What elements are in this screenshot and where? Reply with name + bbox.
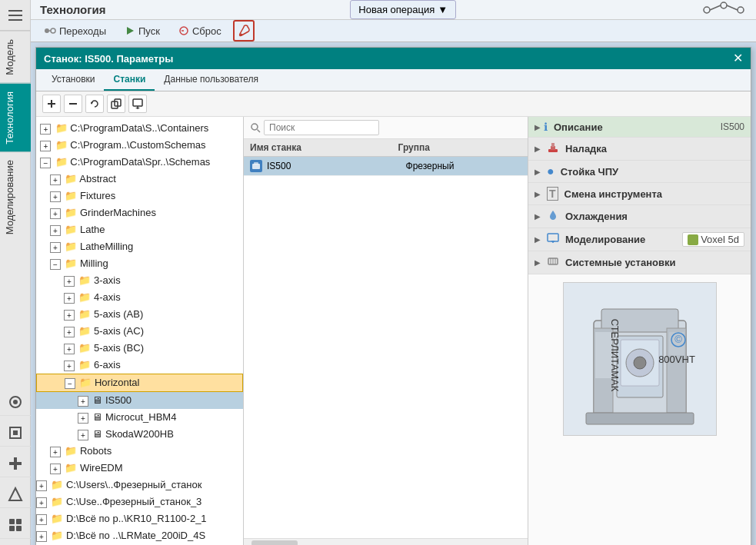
dialog-close-button[interactable]: ✕ <box>733 52 743 65</box>
tree-item[interactable]: − 📁 C:\ProgramData\Spr..\Schemas <box>36 154 243 171</box>
sidebar-icon-5[interactable] <box>0 511 31 539</box>
tree-expand-icon[interactable]: + <box>50 242 61 253</box>
prop-section-header-setup[interactable]: ▶ Наладка <box>528 138 751 160</box>
sidebar-tab-simulation[interactable]: Моделирование <box>0 151 31 242</box>
tree-item-horizontal[interactable]: − 📁 Horizontal <box>36 374 243 392</box>
tree-item[interactable]: + 📁 WireEDM <box>36 460 243 477</box>
refresh-button[interactable] <box>85 95 104 113</box>
tree-panel: + 📁 C:\ProgramData\S..\Containers + 📁 C:… <box>36 117 244 545</box>
tree-expand-icon[interactable]: + <box>50 174 61 185</box>
tree-item[interactable]: + 📁 Robots <box>36 443 243 460</box>
prop-section-header-simulation[interactable]: ▶ Моделирование Voxel 5d <box>528 228 751 251</box>
svg-point-20 <box>51 28 55 33</box>
tree-expand-icon[interactable]: + <box>40 141 51 151</box>
tree-expand-icon[interactable]: + <box>78 430 88 440</box>
tree-scroll[interactable]: + 📁 C:\ProgramData\S..\Containers + 📁 C:… <box>36 117 243 545</box>
tree-expand-icon[interactable]: + <box>78 413 88 424</box>
settings-wrench-button[interactable] <box>233 20 255 42</box>
menu-icon[interactable] <box>0 0 31 31</box>
tree-item[interactable]: + 📁 C:\Program..\CustomSchemas <box>36 137 243 154</box>
tree-item[interactable]: + 📁 GrinderMachines <box>36 204 243 221</box>
prop-section-header-description[interactable]: ▶ ℹ Описание IS500 <box>528 117 751 137</box>
props-panel: ▶ ℹ Описание IS500 ▶ Наладка <box>528 117 751 545</box>
tree-expand-icon[interactable]: + <box>64 310 75 321</box>
import-button[interactable] <box>128 95 147 113</box>
tree-item[interactable]: + 📁 C:\Use..Фрезерный_станок_3 <box>36 493 243 510</box>
tree-item[interactable]: + 📁 D:\Всё по ..\LRMate_200iD_4S <box>36 527 243 544</box>
list-row-is500[interactable]: IS500 Фрезерный <box>244 157 528 176</box>
svg-rect-13 <box>16 526 22 531</box>
tree-item[interactable]: + 📁 3-axis <box>36 272 243 289</box>
tree-item[interactable]: + 📁 5-axis (AB) <box>36 306 243 323</box>
new-operation-button[interactable]: Новая операция ▼ <box>350 0 456 19</box>
setup-icon <box>547 141 559 156</box>
tree-expand-icon[interactable]: + <box>40 124 51 135</box>
reset-button[interactable]: Сброс <box>172 22 228 40</box>
tree-expand-icon[interactable]: − <box>40 158 51 168</box>
tree-expand-icon[interactable]: + <box>50 208 61 219</box>
tab-userdata[interactable]: Данные пользователя <box>155 69 268 91</box>
cnc-icon: ● <box>547 164 555 178</box>
search-input[interactable] <box>264 120 379 135</box>
sidebar-tab-technology[interactable]: Технология <box>0 83 31 152</box>
tree-expand-icon[interactable]: + <box>36 497 47 508</box>
tree-item-lathe[interactable]: + 📁 Lathe <box>36 221 243 238</box>
tree-item[interactable]: + 📁 5-axis (BC) <box>36 340 243 357</box>
tree-expand-icon[interactable]: + <box>64 361 75 371</box>
add-button[interactable] <box>42 95 61 113</box>
sidebar-tab-model[interactable]: Модель <box>0 31 31 83</box>
svg-rect-57 <box>586 413 694 424</box>
voxel-5d-button[interactable]: Voxel 5d <box>682 232 744 247</box>
sidebar-icon-1[interactable] <box>0 388 31 416</box>
tree-item[interactable]: + 📁 6-axis <box>36 357 243 374</box>
prop-section-header-coolant[interactable]: ▶ Охлаждения <box>528 205 751 228</box>
svg-point-25 <box>240 34 242 36</box>
copy-button[interactable] <box>107 95 125 113</box>
list-hscroll[interactable] <box>244 538 528 545</box>
sidebar-icon-4[interactable] <box>0 480 31 508</box>
tab-settings[interactable]: Установки <box>42 69 104 91</box>
tab-machines[interactable]: Станки <box>104 69 155 91</box>
tree-item-is500[interactable]: + 🖥 IS500 <box>36 392 243 409</box>
svg-rect-42 <box>548 234 558 241</box>
tree-item[interactable]: + 📁 Abstract <box>36 171 243 188</box>
tree-item[interactable]: + 📁 Fixtures <box>36 188 243 204</box>
list-rows[interactable]: IS500 Фрезерный <box>244 157 528 538</box>
prop-section-coolant: ▶ Охлаждения <box>528 205 751 228</box>
machine-icon <box>250 160 262 172</box>
tree-item[interactable]: + 📁 C:\Users\..Фрезерный_станок <box>36 477 243 493</box>
prop-section-header-system[interactable]: ▶ Системные установки <box>528 251 751 274</box>
prop-section-setup: ▶ Наладка <box>528 138 751 161</box>
tree-expand-icon[interactable]: + <box>50 447 61 457</box>
tree-expand-icon[interactable]: + <box>50 191 61 202</box>
tree-item[interactable]: + 📁 4-axis <box>36 289 243 306</box>
run-button[interactable]: Пуск <box>118 22 167 40</box>
prop-section-header-toolchange[interactable]: ▶ T Смена инструмента <box>528 183 751 204</box>
transitions-button[interactable]: Переходы <box>37 22 113 40</box>
tree-item[interactable]: + 📁 5-axis (AC) <box>36 323 243 340</box>
tree-expand-icon[interactable]: + <box>36 531 47 542</box>
sidebar-icon-3[interactable] <box>0 450 31 477</box>
tree-expand-icon[interactable]: + <box>50 225 61 236</box>
tree-expand-icon[interactable]: − <box>50 259 61 270</box>
sidebar-icon-2[interactable] <box>0 419 31 447</box>
tree-expand-icon[interactable]: + <box>64 344 75 354</box>
tree-expand-icon[interactable]: + <box>64 293 75 304</box>
tree-expand-icon[interactable]: + <box>64 276 75 287</box>
tree-expand-icon[interactable]: + <box>36 514 47 525</box>
tree-item-milling[interactable]: − 📁 Milling <box>36 255 243 272</box>
tree-expand-icon[interactable]: + <box>78 396 88 407</box>
tree-item[interactable]: + 🖥 SkodaW200HB <box>36 426 243 443</box>
tree-item[interactable]: + 📁 C:\ProgramData\S..\Containers <box>36 120 243 137</box>
tree-item[interactable]: + 📁 D:\Всё по р..\KR10_R1100-2_1 <box>36 510 243 527</box>
prop-section-header-cnc[interactable]: ▶ ● Стойка ЧПУ <box>528 161 751 182</box>
tree-expand-icon[interactable]: − <box>65 378 75 389</box>
svg-point-14 <box>704 7 710 13</box>
svg-rect-11 <box>16 519 22 524</box>
tree-item[interactable]: + 🖥 Microcut_HBM4 <box>36 409 243 426</box>
tree-expand-icon[interactable]: + <box>36 480 47 491</box>
remove-button[interactable] <box>64 95 82 113</box>
tree-expand-icon[interactable]: + <box>50 464 61 474</box>
tree-item[interactable]: + 📁 LatheMilling <box>36 238 243 255</box>
tree-expand-icon[interactable]: + <box>64 327 75 337</box>
